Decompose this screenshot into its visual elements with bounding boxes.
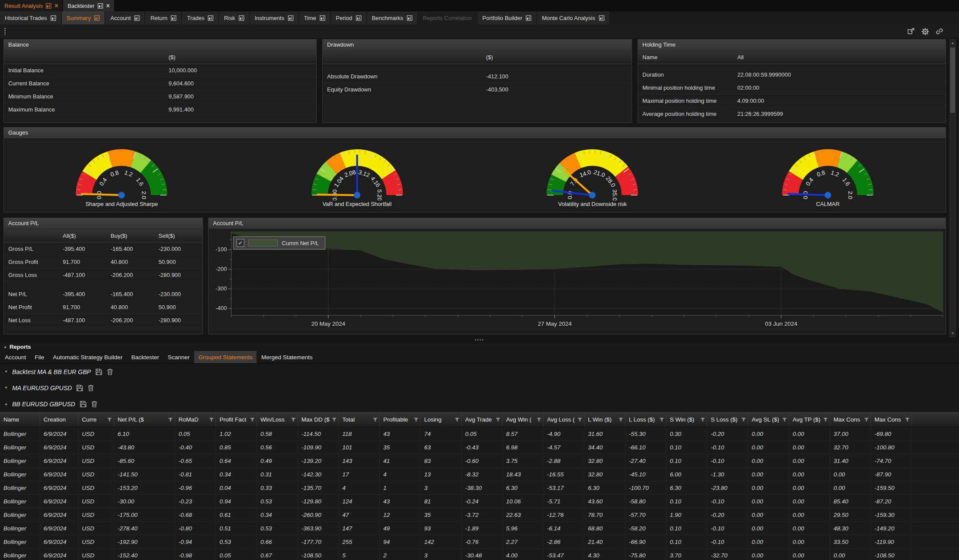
column-header-name[interactable]: Name — [0, 412, 40, 427]
tab-trades[interactable]: Trades — [182, 11, 218, 24]
filter-icon[interactable] — [576, 418, 582, 422]
filter-icon[interactable] — [617, 418, 623, 422]
reports-tab-merged-statements[interactable]: Merged Statements — [257, 351, 317, 363]
column-header-win-loss[interactable]: Win/Loss — [257, 412, 298, 427]
filter-icon[interactable] — [167, 418, 173, 422]
column-header-net-p-l-[interactable]: Net P/L ($ — [114, 412, 175, 427]
table-row[interactable]: Bollinger6/9/2024USD-30.00-0.230.940.53-… — [0, 495, 959, 508]
reports-tab-scanner[interactable]: Scanner — [164, 351, 193, 363]
table-row[interactable]: Bollinger6/9/2024USD-278.40-0.800.510.53… — [0, 522, 959, 535]
table-row[interactable]: Bollinger6/9/2024USD-141.50-0.810.340.31… — [0, 468, 959, 481]
reports-tab-grouped-statements[interactable]: Grouped Statements — [194, 351, 257, 363]
trash-icon[interactable] — [107, 368, 113, 375]
column-header-max-cons[interactable]: Max Cons — [830, 412, 871, 427]
column-header-s-loss-[interactable]: S Loss ($) — [707, 412, 748, 427]
column-header-max-cons[interactable]: Max Cons — [871, 412, 912, 427]
window-tab-backtester[interactable]: Backtester× — [63, 0, 114, 11]
column-header-total[interactable]: Total — [339, 412, 380, 427]
save-icon[interactable] — [76, 385, 83, 391]
reports-tab-account[interactable]: Account — [1, 351, 30, 363]
gear-icon[interactable] — [922, 28, 929, 35]
reports-tab-file[interactable]: File — [31, 351, 48, 363]
table-row[interactable]: Bollinger6/9/2024USD-85.60-0.650.640.49-… — [0, 454, 959, 468]
column-header-l-loss-[interactable]: L Loss ($) — [625, 412, 666, 427]
statement-group-backtest-ma-bb-eur-gbp[interactable]: ▼Backtest MA & BB EUR GBP — [0, 364, 959, 380]
column-header-profitable[interactable]: Profitable — [380, 412, 421, 427]
reports-tab-automatic-strategy-builder[interactable]: Automatic Strategy Builder — [49, 351, 127, 363]
scroll-up-icon[interactable]: ▲ — [950, 41, 956, 45]
table-row[interactable]: Bollinger6/9/2024USD6.100.051.020.58-114… — [0, 427, 959, 441]
column-header-avg-tp-[interactable]: Avg TP ($) — [789, 412, 830, 427]
tab-monte-carlo-analysis[interactable]: Monte Carlo Analysis — [537, 11, 609, 24]
tab-risk[interactable]: Risk — [219, 11, 249, 24]
column-header-avg-loss-[interactable]: Avg Loss ( — [544, 412, 584, 427]
reports-tab-backtester[interactable]: Backtester — [127, 351, 163, 363]
filter-icon[interactable] — [822, 418, 828, 422]
filter-icon[interactable] — [740, 418, 746, 422]
table-row[interactable]: Bollinger6/9/2024USD-175.00-0.680.610.34… — [0, 508, 959, 522]
filter-icon[interactable] — [371, 418, 378, 422]
tab-benchmarks[interactable]: Benchmarks — [367, 11, 417, 24]
column-header-romad[interactable]: RoMaD — [175, 412, 216, 427]
link-icon[interactable] — [935, 28, 943, 35]
collapse-icon[interactable]: ▲ — [4, 402, 8, 406]
drag-handle[interactable] — [4, 27, 6, 35]
statement-group-ma-eurusd-gpusd[interactable]: ▼MA EURUSD GPUSD — [0, 380, 959, 396]
export-icon[interactable] — [907, 28, 915, 35]
table-row[interactable]: Bollinger6/9/2024USD-192.90-0.940.530.66… — [0, 535, 959, 549]
tab-time[interactable]: Time — [299, 11, 330, 24]
filter-icon[interactable] — [412, 418, 419, 422]
table-row[interactable]: Bollinger6/9/2024USD-153.20-0.960.040.33… — [0, 481, 959, 495]
filter-icon[interactable] — [699, 418, 705, 422]
filter-icon[interactable] — [208, 418, 214, 422]
reports-header[interactable]: ▲ Reports — [0, 342, 959, 351]
scroll-down-icon[interactable]: ▼ — [950, 331, 956, 335]
filter-icon[interactable] — [331, 418, 337, 422]
column-header-l-win-[interactable]: L Win ($) — [584, 412, 625, 427]
table-row[interactable]: Bollinger6/9/2024USD-152.40-0.980.050.67… — [0, 549, 959, 560]
column-header-avg-trade[interactable]: Avg Trade — [462, 412, 503, 427]
vertical-scrollbar[interactable]: ▲ ▼ — [949, 39, 956, 337]
tab-historical-trades[interactable]: Historical Trades — [0, 11, 61, 24]
column-header-creation[interactable]: Creation — [40, 412, 78, 427]
tab-instruments[interactable]: Instruments — [250, 11, 298, 24]
filter-icon[interactable] — [658, 418, 664, 422]
scrollbar-thumb[interactable] — [950, 47, 955, 113]
column-header-curre[interactable]: Curre — [78, 412, 114, 427]
save-icon[interactable] — [95, 368, 102, 375]
window-tab-result-analysis[interactable]: Result Analysis× — [0, 0, 62, 11]
statement-group-bb-eurusd-gbpusd[interactable]: ▲BB EURUSD GBPUSD — [0, 396, 959, 412]
trash-icon[interactable] — [91, 401, 98, 408]
save-icon[interactable] — [80, 401, 87, 408]
close-icon[interactable]: × — [106, 3, 110, 9]
filter-icon[interactable] — [249, 418, 255, 422]
tab-return[interactable]: Return — [145, 11, 181, 24]
filter-icon[interactable] — [106, 418, 112, 422]
tab-summary[interactable]: Summary — [62, 11, 105, 24]
column-header-avg-sl-[interactable]: Avg SL ($) — [748, 412, 789, 427]
svg-text:03 Jun 2024: 03 Jun 2024 — [765, 320, 797, 327]
table-row[interactable]: Bollinger6/9/2024USD-43.80-0.400.850.56-… — [0, 441, 959, 454]
chart-legend[interactable]: ✓ Cumm Net P/L — [233, 236, 325, 250]
filter-icon[interactable] — [904, 418, 910, 422]
filter-icon[interactable] — [781, 418, 787, 422]
column-header-max-dd-[interactable]: Max DD ($ — [298, 412, 339, 427]
column-header-losing[interactable]: Losing — [421, 412, 462, 427]
expand-icon[interactable]: ▼ — [4, 386, 8, 390]
tab-period[interactable]: Period — [331, 11, 366, 24]
filter-icon[interactable] — [290, 418, 296, 422]
expand-icon[interactable]: ▼ — [4, 370, 8, 374]
tab-account[interactable]: Account — [105, 11, 145, 24]
filter-icon[interactable] — [863, 418, 869, 422]
trash-icon[interactable] — [88, 385, 94, 391]
filter-icon[interactable] — [494, 418, 500, 422]
horizontal-splitter[interactable]: •••• — [0, 339, 959, 342]
legend-checkbox[interactable]: ✓ — [236, 239, 244, 247]
column-header-s-win-[interactable]: S Win ($) — [666, 412, 707, 427]
close-icon[interactable]: × — [54, 3, 58, 9]
column-header-profit-fact[interactable]: Profit Fact — [216, 412, 257, 427]
filter-icon[interactable] — [453, 418, 459, 422]
column-header-avg-win-[interactable]: Avg Win ( — [503, 412, 544, 427]
tab-portfolio-builder[interactable]: Portfolio Builder — [478, 11, 537, 24]
filter-icon[interactable] — [535, 418, 541, 422]
